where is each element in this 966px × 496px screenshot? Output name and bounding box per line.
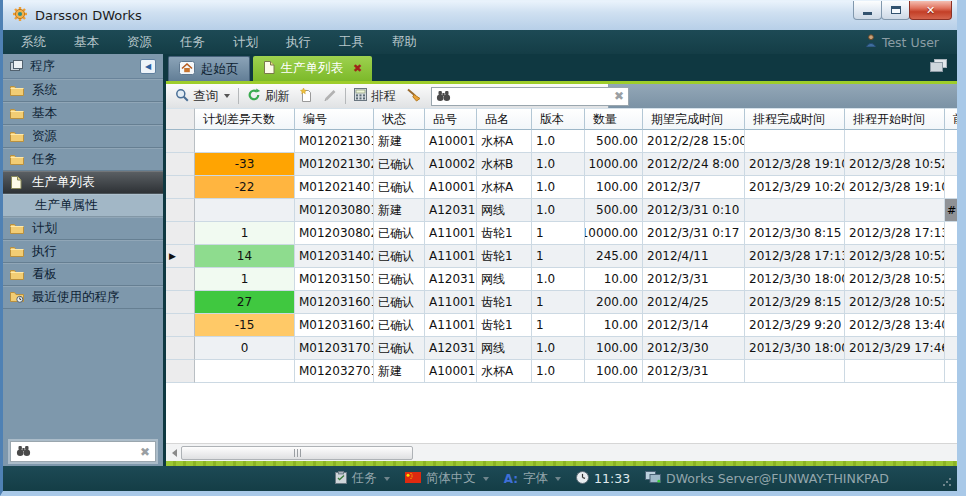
cell-item_name[interactable]: 齿轮1 bbox=[477, 245, 532, 268]
column-header-version[interactable]: 版本 bbox=[532, 108, 585, 130]
cell-sched_end[interactable]: 2012/3/29 9:20 bbox=[745, 314, 845, 337]
new-button[interactable] bbox=[295, 86, 318, 106]
table-row[interactable]: 1M012031501已确认A12031网线1.010.002012/3/312… bbox=[166, 268, 957, 291]
sidebar-item-execute[interactable]: 执行 bbox=[3, 240, 163, 263]
table-row[interactable]: 0M012031701已确认A12031网线1.0100.002012/3/30… bbox=[166, 337, 957, 360]
row-selector[interactable] bbox=[166, 222, 195, 245]
window-list-icon[interactable] bbox=[930, 57, 947, 76]
cell-expect[interactable]: 2012/2/28 15:00 bbox=[643, 130, 745, 153]
menu-resource[interactable]: 资源 bbox=[113, 34, 166, 51]
scrollbar-thumb[interactable] bbox=[181, 446, 413, 460]
column-header-sched_start[interactable]: 排程开始时间 bbox=[845, 108, 945, 130]
row-selector[interactable] bbox=[166, 360, 195, 383]
cell-code[interactable]: M012031402 bbox=[295, 245, 374, 268]
horizontal-scrollbar[interactable] bbox=[166, 443, 957, 461]
cell-code[interactable]: M012030802 bbox=[295, 222, 374, 245]
cell-diff[interactable] bbox=[195, 360, 295, 383]
cell-qty[interactable]: 10.00 bbox=[585, 314, 643, 337]
cell-item_no[interactable]: A11001 bbox=[425, 245, 477, 268]
cell-status[interactable]: 已确认 bbox=[374, 268, 425, 291]
cell-item_name[interactable]: 水杯A bbox=[477, 130, 532, 153]
minimize-button[interactable] bbox=[853, 1, 882, 20]
cell-sched_start[interactable]: 2012/3/28 13:40 bbox=[845, 314, 945, 337]
sidebar-collapse-button[interactable]: ◀ bbox=[140, 59, 156, 74]
cell-sched_end[interactable]: 2012/3/28 17:13 bbox=[745, 245, 845, 268]
row-selector[interactable] bbox=[166, 337, 195, 360]
cell-status[interactable]: 已确认 bbox=[374, 153, 425, 176]
cell-item_name[interactable]: 网线 bbox=[477, 199, 532, 222]
cell-code[interactable]: M012031501 bbox=[295, 268, 374, 291]
column-header-status[interactable]: 状态 bbox=[374, 108, 425, 130]
row-selector[interactable] bbox=[166, 130, 195, 153]
cell-status[interactable]: 已确认 bbox=[374, 291, 425, 314]
cell-sched_start[interactable]: 2012/3/28 10:52 bbox=[845, 268, 945, 291]
row-selector[interactable] bbox=[166, 199, 195, 222]
cell-status[interactable]: 已确认 bbox=[374, 176, 425, 199]
row-selector[interactable] bbox=[166, 153, 195, 176]
cell-qty[interactable]: 10.00 bbox=[585, 268, 643, 291]
cell-status[interactable]: 已确认 bbox=[374, 222, 425, 245]
cell-qty[interactable]: 100.00 bbox=[585, 337, 643, 360]
tab-close-icon[interactable]: ✖ bbox=[353, 62, 362, 75]
tab-production-order-list[interactable]: 生产单列表 ✖ bbox=[253, 56, 373, 81]
cell-item_no[interactable]: A10001 bbox=[425, 176, 477, 199]
cell-item_no[interactable]: A10001 bbox=[425, 130, 477, 153]
cell-sched_start[interactable]: 2012/3/29 17:46 bbox=[845, 337, 945, 360]
cell-diff[interactable]: -33 bbox=[195, 153, 295, 176]
cell-item_no[interactable]: A10002 bbox=[425, 153, 477, 176]
cell-diff[interactable] bbox=[195, 199, 295, 222]
table-row[interactable]: -33M012021302已确认A10002水杯B1.01000.002012/… bbox=[166, 153, 957, 176]
cell-diff[interactable]: 0 bbox=[195, 337, 295, 360]
cell-item_no[interactable]: A11001 bbox=[425, 222, 477, 245]
cell-code[interactable]: M012032701 bbox=[295, 360, 374, 383]
menu-help[interactable]: 帮助 bbox=[378, 34, 431, 51]
menu-execute[interactable]: 执行 bbox=[272, 34, 325, 51]
column-header-item_name[interactable]: 品名 bbox=[477, 108, 532, 130]
column-header-expect[interactable]: 期望完成时间 bbox=[643, 108, 745, 130]
row-selector[interactable] bbox=[166, 291, 195, 314]
status-language-dropdown[interactable]: 简体中文 bbox=[405, 470, 489, 487]
status-font-dropdown[interactable]: A: 字体 bbox=[504, 470, 561, 487]
cell-item_name[interactable]: 齿轮1 bbox=[477, 291, 532, 314]
cell-status[interactable]: 已确认 bbox=[374, 245, 425, 268]
menu-tools[interactable]: 工具 bbox=[325, 34, 378, 51]
cell-sched_end[interactable]: 2012/3/29 10:20 bbox=[745, 176, 845, 199]
schedule-button[interactable]: 排程 bbox=[349, 86, 401, 106]
cell-version[interactable]: 1.0 bbox=[532, 337, 585, 360]
cell-qty[interactable]: 200.00 bbox=[585, 291, 643, 314]
sidebar-item-production-order-attributes[interactable]: 生产单属性 bbox=[3, 194, 163, 217]
column-header-item_no[interactable]: 品号 bbox=[425, 108, 477, 130]
row-selector[interactable] bbox=[166, 176, 195, 199]
cell-version[interactable]: 1 bbox=[532, 222, 585, 245]
column-header-qty[interactable]: 数量 bbox=[585, 108, 643, 130]
cell-sched_end[interactable]: 2012/3/30 18:00 bbox=[745, 337, 845, 360]
cell-code[interactable]: M012021302 bbox=[295, 153, 374, 176]
cell-expect[interactable]: 2012/3/31 0:10 bbox=[643, 199, 745, 222]
toolbar-search-input[interactable] bbox=[455, 89, 610, 103]
cell-status[interactable]: 已确认 bbox=[374, 314, 425, 337]
cell-sched_start[interactable] bbox=[845, 199, 945, 222]
sidebar-item-kanban[interactable]: 看板 bbox=[3, 263, 163, 286]
column-header-extra[interactable]: 前 bbox=[945, 108, 957, 130]
query-button[interactable]: 查询 bbox=[170, 86, 235, 106]
cell-diff[interactable]: -15 bbox=[195, 314, 295, 337]
cell-diff[interactable]: 27 bbox=[195, 291, 295, 314]
cell-status[interactable]: 已确认 bbox=[374, 337, 425, 360]
cell-item_no[interactable]: A11001 bbox=[425, 314, 477, 337]
cell-sched_end[interactable] bbox=[745, 360, 845, 383]
cell-expect[interactable]: 2012/2/24 8:00 bbox=[643, 153, 745, 176]
cell-sched_end[interactable] bbox=[745, 130, 845, 153]
cell-version[interactable]: 1.0 bbox=[532, 130, 585, 153]
cell-sched_start[interactable]: 2012/3/28 10:52 bbox=[845, 153, 945, 176]
cell-sched_end[interactable]: 2012/3/30 18:00 bbox=[745, 268, 845, 291]
cell-qty[interactable]: 100.00 bbox=[585, 360, 643, 383]
cell-expect[interactable]: 2012/3/14 bbox=[643, 314, 745, 337]
cell-status[interactable]: 新建 bbox=[374, 130, 425, 153]
cell-code[interactable]: M012031601 bbox=[295, 291, 374, 314]
table-row[interactable]: -15M012031602已确认A11001齿轮1110.002012/3/14… bbox=[166, 314, 957, 337]
menu-system[interactable]: 系统 bbox=[7, 34, 60, 51]
cell-sched_end[interactable]: 2012/3/30 8:15 bbox=[745, 222, 845, 245]
table-row[interactable]: M012030801新建A12031网线1.0500.002012/3/31 0… bbox=[166, 199, 957, 222]
sidebar-item-production-order-list[interactable]: 生产单列表 bbox=[3, 171, 163, 194]
table-row[interactable]: M012032701新建A10001水杯A1.0100.002012/3/31 bbox=[166, 360, 957, 383]
